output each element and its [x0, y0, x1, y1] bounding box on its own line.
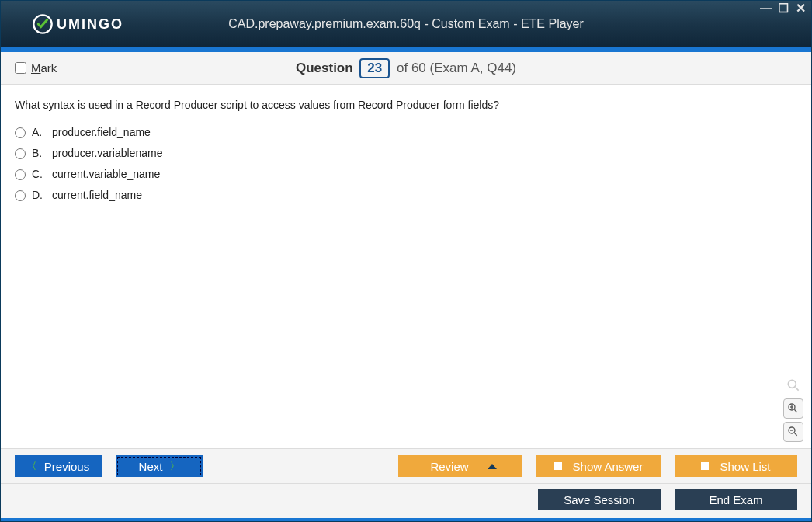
question-content: What syntax is used in a Record Producer…	[1, 85, 811, 448]
previous-button[interactable]: 〈 Previous	[15, 455, 102, 477]
svg-line-8	[794, 433, 796, 435]
answer-options: A. producer.field_name B. producer.varia…	[15, 124, 797, 204]
session-button-bar: Save Session End Exam	[1, 483, 811, 518]
app-window: UMINGO CAD.prepaway.premium.exam.60q - C…	[0, 0, 812, 522]
question-number: 23	[359, 58, 390, 78]
option-radio[interactable]	[15, 148, 26, 159]
option-letter: A.	[32, 124, 46, 141]
option-letter: C.	[32, 166, 46, 183]
question-header: Mark Question 23 of 60 (Exam A, Q44)	[1, 52, 811, 85]
option-letter: B.	[32, 145, 46, 162]
next-button[interactable]: Next 〉	[116, 455, 203, 477]
option-radio[interactable]	[15, 127, 26, 138]
option-text: current.variable_name	[52, 166, 160, 183]
brand-logo: UMINGO	[32, 13, 123, 35]
question-text: What syntax is used in a Record Producer…	[15, 97, 797, 113]
option-letter: D.	[32, 187, 46, 204]
window-controls: — ☐ ✕	[760, 2, 807, 15]
answer-option[interactable]: D. current.field_name	[15, 187, 797, 204]
nav-button-bar: 〈 Previous Next 〉 Review Show Answer Sho…	[1, 448, 811, 483]
svg-line-4	[794, 409, 796, 412]
show-list-label: Show List	[720, 460, 770, 473]
review-label: Review	[430, 460, 468, 473]
chevron-right-icon: 〉	[170, 460, 179, 473]
previous-label: Previous	[44, 460, 89, 473]
mark-label: Mark	[31, 61, 57, 75]
maximize-icon[interactable]: ☐	[777, 2, 789, 15]
review-button[interactable]: Review	[398, 455, 522, 477]
answer-option[interactable]: B. producer.variablename	[15, 145, 797, 162]
show-answer-button[interactable]: Show Answer	[536, 455, 661, 477]
mark-checkbox[interactable]	[15, 62, 26, 74]
mark-checkbox-wrap[interactable]: Mark	[15, 61, 57, 75]
next-label: Next	[139, 460, 163, 473]
bottom-accent-strip	[1, 518, 811, 521]
brand-text: UMINGO	[57, 16, 123, 33]
show-list-button[interactable]: Show List	[675, 455, 797, 477]
zoom-controls	[783, 375, 803, 442]
option-text: current.field_name	[52, 187, 142, 204]
option-text: producer.variablename	[52, 145, 162, 162]
option-text: producer.field_name	[52, 124, 151, 141]
logo-checkmark-icon	[32, 13, 54, 35]
option-radio[interactable]	[15, 169, 26, 180]
answer-option[interactable]: C. current.variable_name	[15, 166, 797, 183]
question-of-text: of 60 (Exam A, Q44)	[397, 61, 516, 75]
show-answer-label: Show Answer	[573, 460, 644, 473]
save-session-label: Save Session	[564, 493, 635, 506]
zoom-out-icon[interactable]	[783, 422, 803, 442]
title-bar: UMINGO CAD.prepaway.premium.exam.60q - C…	[1, 1, 811, 47]
end-exam-label: End Exam	[709, 493, 762, 506]
option-radio[interactable]	[15, 190, 26, 201]
svg-line-2	[796, 388, 799, 391]
question-indicator: Question 23 of 60 (Exam A, Q44)	[1, 58, 811, 78]
svg-point-1	[788, 380, 796, 388]
triangle-up-icon	[488, 464, 497, 469]
stop-square-icon	[554, 462, 562, 470]
chevron-left-icon: 〈	[27, 460, 36, 473]
answer-option[interactable]: A. producer.field_name	[15, 124, 797, 141]
close-icon[interactable]: ✕	[794, 2, 807, 15]
stop-square-icon	[701, 462, 709, 470]
magnifier-icon[interactable]	[783, 375, 803, 395]
end-exam-button[interactable]: End Exam	[675, 489, 797, 510]
minimize-icon[interactable]: —	[760, 2, 772, 15]
save-session-button[interactable]: Save Session	[538, 489, 661, 510]
zoom-in-icon[interactable]	[783, 398, 803, 419]
question-word: Question	[296, 61, 353, 75]
